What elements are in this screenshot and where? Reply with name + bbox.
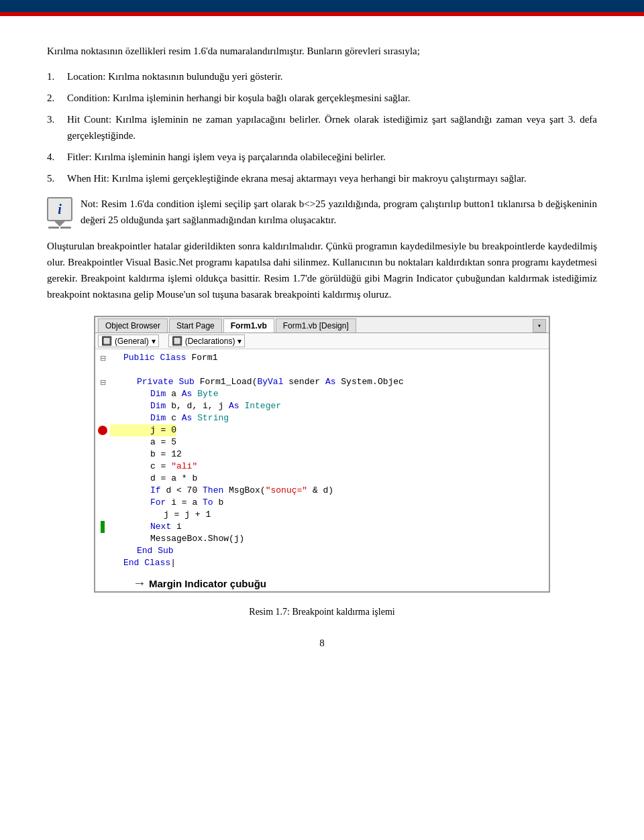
code-text: a = 5 <box>110 436 176 448</box>
list-num-5: 5. <box>47 170 67 186</box>
list-text-3: Hit Count: Kırılma işleminin ne zaman ya… <box>67 111 597 143</box>
combo-general-icon: 🔲 <box>101 336 112 346</box>
list-text-5: When Hit: Kırılma işlemi gerçekleştiğind… <box>67 170 597 186</box>
code-editor: Object Browser Start Page Form1.vb Form1… <box>94 316 550 593</box>
list-text-2: Condition: Kırılma işleminin herhangi bi… <box>67 90 597 106</box>
code-line: ⊟ Private Sub Form1_Load(ByVal sender As… <box>95 376 549 388</box>
list-num-1: 1. <box>47 68 67 84</box>
code-text: j = j + 1 <box>110 509 211 521</box>
figure-caption: Resim 1.7: Breakpoint kaldırma işlemi <box>249 607 394 617</box>
tab-form1-design[interactable]: Form1.vb [Design] <box>276 318 356 333</box>
toolbar-row: 🔲 (General) ▾ 🔲 (Declarations) ▾ <box>95 333 549 349</box>
code-line: b = 12 <box>95 448 549 461</box>
code-text: MessageBox.Show(j) <box>110 533 244 545</box>
code-text-next: Next i <box>110 521 182 533</box>
code-line: MessageBox.Show(j) <box>95 533 549 545</box>
code-line: For i = a To b <box>95 497 549 509</box>
top-bar <box>0 0 644 12</box>
arrow-icon: → <box>136 576 144 591</box>
list-item: 5. When Hit: Kırılma işlemi gerçekleştiğ… <box>47 170 597 186</box>
code-text: Dim b, d, i, j As Integer <box>110 400 281 412</box>
code-area: ⊟ Public Class Form1 ⊟ Private Sub Form1… <box>95 349 549 572</box>
margin-collapse: ⊟ <box>95 354 110 363</box>
list-num-3: 3. <box>47 111 67 143</box>
note-icon-area: i <box>47 196 80 229</box>
code-text-breakpoint: j = 0 <box>110 424 176 436</box>
code-line: a = 5 <box>95 436 549 448</box>
tab-start-page[interactable]: Start Page <box>169 318 222 333</box>
icon-lines <box>48 227 71 229</box>
green-indicator <box>101 521 105 533</box>
margin-indicator-label: Margin Indicator çubuğu <box>149 578 266 589</box>
page-content: Kırılma noktasının özellikleri resim 1.6… <box>0 16 644 689</box>
code-line <box>95 364 549 376</box>
combo-general-label: (General) <box>115 337 149 346</box>
tab-bar: Object Browser Start Page Form1.vb Form1… <box>95 317 549 333</box>
code-line: Dim a As Byte <box>95 388 549 400</box>
code-text: For i = a To b <box>110 497 223 509</box>
code-text: d = a * b <box>110 473 197 485</box>
code-text: c = "ali" <box>110 461 197 473</box>
combo-declarations-icon: 🔲 <box>172 336 182 346</box>
list-num-4: 4. <box>47 149 67 165</box>
margin-indicator-row: → Margin Indicator çubuğu <box>95 576 549 591</box>
code-text: Dim c As String <box>110 412 229 424</box>
combo-general-arrow[interactable]: ▾ <box>152 337 156 346</box>
code-line: c = "ali" <box>95 461 549 473</box>
code-text <box>110 364 118 376</box>
list-num-2: 2. <box>47 90 67 106</box>
margin-breakpoint <box>95 426 110 435</box>
combo-declarations-arrow[interactable]: ▾ <box>237 337 241 346</box>
code-line-if: If d < 70 Then MsgBox("sonuç=" & d) <box>95 485 549 497</box>
code-line: Dim b, d, i, j As Integer <box>95 400 549 412</box>
info-icon: i <box>47 197 72 221</box>
caption-area: Resim 1.7: Breakpoint kaldırma işlemi <box>47 606 597 617</box>
code-line: ⊟ Public Class Form1 <box>95 352 549 364</box>
code-text: Private Sub Form1_Load(ByVal sender As S… <box>110 376 404 388</box>
icon-tail <box>54 221 65 227</box>
list-text-4: Fitler: Kırılma işleminin hangi işlem ve… <box>67 149 597 165</box>
code-text: Dim a As Byte <box>110 388 218 400</box>
note-text: Not: Resim 1.6'da condition işlemi seçil… <box>80 196 597 228</box>
list-item: 4. Fitler: Kırılma işleminin hangi işlem… <box>47 149 597 165</box>
code-text: Public Class Form1 <box>110 352 217 364</box>
code-line-breakpoint: j = 0 <box>95 424 549 436</box>
intro-paragraph: Kırılma noktasının özellikleri resim 1.6… <box>47 43 597 59</box>
code-text: If d < 70 Then MsgBox("sonuç=" & d) <box>110 485 333 497</box>
tab-object-browser[interactable]: Object Browser <box>98 318 168 333</box>
tab-form1vb[interactable]: Form1.vb <box>223 318 274 333</box>
code-line-next: Next i <box>95 521 549 533</box>
tab-dropdown-button[interactable]: ▾ <box>533 319 546 333</box>
note-box: i Not: Resim 1.6'da condition işlemi seç… <box>47 196 597 229</box>
list-item: 2. Condition: Kırılma işleminin herhangi… <box>47 90 597 106</box>
code-line: End Class| <box>95 557 549 569</box>
combo-general[interactable]: 🔲 (General) ▾ <box>98 335 159 347</box>
combo-declarations[interactable]: 🔲 (Declarations) ▾ <box>168 335 246 347</box>
list-text-1: Location: Kırılma noktasının bulunduğu y… <box>67 68 597 84</box>
page-number: 8 <box>47 638 597 649</box>
breakpoint-dot <box>98 426 107 435</box>
code-text: End Class| <box>110 557 176 569</box>
margin-green <box>95 521 110 533</box>
code-text: End Sub <box>110 545 174 557</box>
combo-declarations-label: (Declarations) <box>185 337 235 346</box>
code-line: j = j + 1 <box>95 509 549 521</box>
margin-collapse2: ⊟ <box>95 378 110 387</box>
para2: Oluşturulan breakpointler hatalar gideri… <box>47 238 597 302</box>
code-text: b = 12 <box>110 448 182 461</box>
code-line: End Sub <box>95 545 549 557</box>
feature-list: 1. Location: Kırılma noktasının bulunduğ… <box>47 68 597 186</box>
code-line: d = a * b <box>95 473 549 485</box>
list-item: 3. Hit Count: Kırılma işleminin ne zaman… <box>47 111 597 143</box>
code-line: Dim c As String <box>95 412 549 424</box>
list-item: 1. Location: Kırılma noktasının bulunduğ… <box>47 68 597 84</box>
